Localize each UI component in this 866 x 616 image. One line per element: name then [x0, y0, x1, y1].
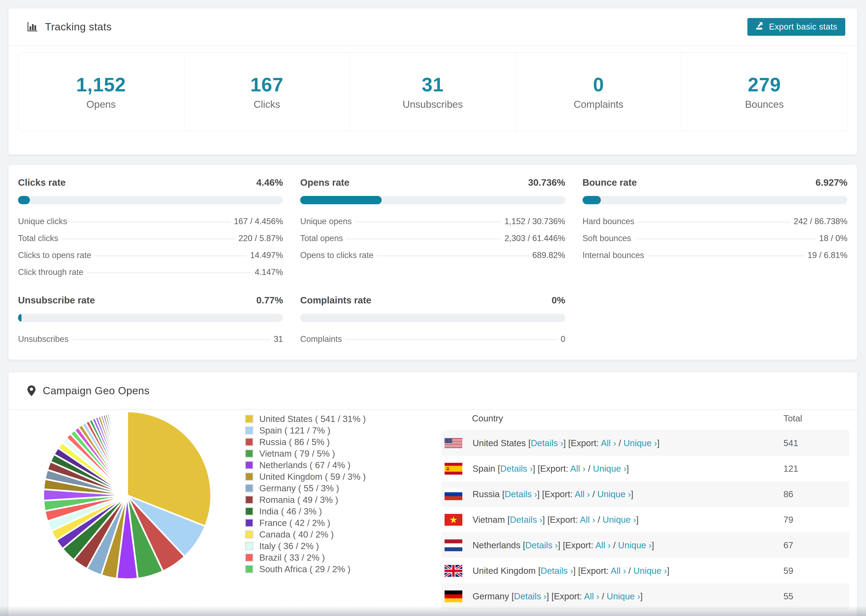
rate-title-label: Bounce rate	[583, 177, 637, 188]
dotted-leader	[648, 256, 804, 256]
rate-row-label: Hard bounces	[583, 217, 635, 226]
rate-detail-rows: Hard bounces242 / 86.738%Soft bounces18 …	[583, 217, 847, 260]
export-icon	[756, 21, 765, 33]
export-all-link[interactable]: All ›	[580, 515, 595, 525]
export-all-link[interactable]: All ›	[601, 438, 616, 448]
rate-progress-bar	[300, 196, 565, 204]
rate-value-label: 4.46%	[256, 177, 283, 188]
tracking-stats-title-text: Tracking stats	[45, 21, 112, 33]
tracking-stats-header: Tracking stats Export basic stats	[8, 8, 857, 46]
export-unique-link[interactable]: Unique ›	[607, 591, 640, 601]
legend-item-romania: Romania ( 49 / 3% )	[245, 494, 366, 506]
rate-row-value: 242 / 86.738%	[794, 217, 847, 226]
export-all-link[interactable]: All ›	[584, 591, 599, 601]
legend-item-india: India ( 46 / 3% )	[245, 506, 366, 517]
details-link[interactable]: Details ›	[525, 540, 558, 550]
legend-label: India ( 46 / 3% )	[259, 506, 322, 517]
legend-swatch	[245, 507, 254, 515]
flag-es-icon	[444, 463, 462, 475]
export-basic-stats-button[interactable]: Export basic stats	[747, 18, 845, 36]
export-unique-link[interactable]: Unique ›	[593, 464, 627, 473]
stat-label-bounces: Bounces	[745, 99, 784, 110]
details-link[interactable]: Details ›	[510, 515, 542, 525]
separator: /	[599, 591, 607, 601]
dotted-leader	[62, 239, 235, 239]
details-link[interactable]: Details ›	[540, 566, 573, 576]
bracket: ]	[667, 566, 669, 576]
flag-nl-icon	[444, 539, 462, 551]
legend-swatch	[245, 565, 254, 573]
dotted-leader	[71, 222, 230, 222]
geo-header: Campaign Geo Opens	[8, 372, 857, 410]
country-name: Russia	[472, 489, 502, 499]
geo-table-row-netherlands: Netherlands [Details ›] [Export: All › /…	[441, 533, 849, 558]
legend-swatch	[245, 542, 254, 550]
export-unique-link[interactable]: Unique ›	[603, 515, 636, 525]
export-unique-link[interactable]: Unique ›	[618, 540, 652, 550]
export-all-link[interactable]: All ›	[575, 489, 590, 499]
export-unique-link[interactable]: Unique ›	[597, 489, 631, 499]
rate-row-value: 167 / 4.456%	[234, 217, 283, 226]
details-link[interactable]: Details ›	[505, 489, 537, 499]
rate-row-soft-bounces: Soft bounces18 / 0%	[583, 234, 847, 243]
rate-row-value: 0	[561, 334, 565, 344]
rate-block-clicks-rate: Clicks rate4.46%Unique clicks167 / 4.456…	[18, 177, 283, 277]
export-unique-link[interactable]: Unique ›	[624, 438, 657, 448]
dotted-leader	[347, 239, 501, 239]
rate-head-unsubscribe-rate: Unsubscribe rate0.77%	[18, 295, 283, 306]
rate-row-internal-bounces: Internal bounces19 / 6.81%	[583, 250, 847, 260]
legend-swatch	[245, 449, 254, 458]
flag-gb-icon	[444, 565, 462, 577]
geo-table-row-spain: Spain [Details ›] [Export: All › / Uniqu…	[441, 456, 849, 481]
country-name-and-links: Netherlands [Details ›] [Export: All › /…	[472, 540, 654, 550]
geo-table-cell-total: 541	[783, 438, 844, 448]
rate-row-clicks-to-opens-rate: Clicks to opens rate14.497%	[18, 250, 283, 260]
geo-table-cell-country: Vietnam [Details ›] [Export: All › / Uni…	[444, 514, 783, 526]
bracket: [	[538, 566, 540, 576]
geo-table-header-country: Country	[472, 413, 783, 424]
rate-row-label: Clicks to opens rate	[18, 250, 91, 260]
geo-legend: United States ( 541 / 31% )Spain ( 121 /…	[245, 413, 366, 575]
legend-item-united-states: United States ( 541 / 31% )	[245, 413, 366, 425]
dotted-leader	[87, 272, 251, 273]
export-all-link[interactable]: All ›	[595, 540, 611, 550]
export-unique-link[interactable]: Unique ›	[633, 566, 667, 576]
country-name-and-links: Vietnam [Details ›] [Export: All › / Uni…	[472, 515, 639, 525]
geo-title-text: Campaign Geo Opens	[43, 385, 150, 397]
bracket: ] [Export:	[533, 464, 570, 473]
bracket: ]	[627, 464, 629, 473]
flag-ru-icon	[444, 488, 462, 500]
geo-table-cell-total: 55	[783, 591, 844, 602]
campaign-geo-opens-card: Campaign Geo Opens United States ( 541 /…	[8, 372, 857, 616]
rate-progress-bar	[583, 196, 847, 204]
rate-value-label: 6.927%	[816, 177, 847, 188]
rate-row-value: 19 / 6.81%	[808, 250, 847, 260]
export-all-link[interactable]: All ›	[611, 566, 626, 576]
rate-title-label: Clicks rate	[18, 177, 66, 188]
rate-row-label: Unsubscribes	[18, 334, 69, 344]
country-name: Spain	[472, 464, 498, 473]
rate-row-label: Total opens	[300, 234, 343, 243]
legend-label: Netherlands ( 67 / 4% )	[259, 460, 350, 470]
stat-value-unsubscribes: 31	[422, 74, 444, 96]
rate-block-bounce-rate: Bounce rate6.927%Hard bounces242 / 86.73…	[583, 177, 847, 277]
legend-label: United States ( 541 / 31% )	[259, 414, 366, 424]
dotted-leader	[72, 339, 270, 340]
geo-country-table: CountryTotalUnited States [Details ›] [E…	[441, 407, 849, 609]
rate-row-label: Total clicks	[18, 234, 58, 243]
details-link[interactable]: Details ›	[514, 591, 546, 601]
rates-card: Clicks rate4.46%Unique clicks167 / 4.456…	[8, 165, 857, 360]
rate-row-value: 2,303 / 61.446%	[505, 234, 565, 243]
bracket: [	[498, 464, 500, 473]
bracket: ]	[640, 591, 643, 601]
stat-label-complaints: Complaints	[574, 99, 624, 110]
rate-title-label: Unsubscribe rate	[18, 295, 95, 306]
details-link[interactable]: Details ›	[500, 464, 533, 473]
bracket: ]	[631, 489, 633, 499]
stat-label-unsubscribes: Unsubscribes	[403, 99, 463, 110]
export-all-link[interactable]: All ›	[570, 464, 586, 473]
details-link[interactable]: Details ›	[531, 438, 563, 448]
bracket: ]	[636, 515, 638, 525]
legend-swatch	[245, 473, 254, 481]
legend-swatch	[245, 553, 254, 562]
